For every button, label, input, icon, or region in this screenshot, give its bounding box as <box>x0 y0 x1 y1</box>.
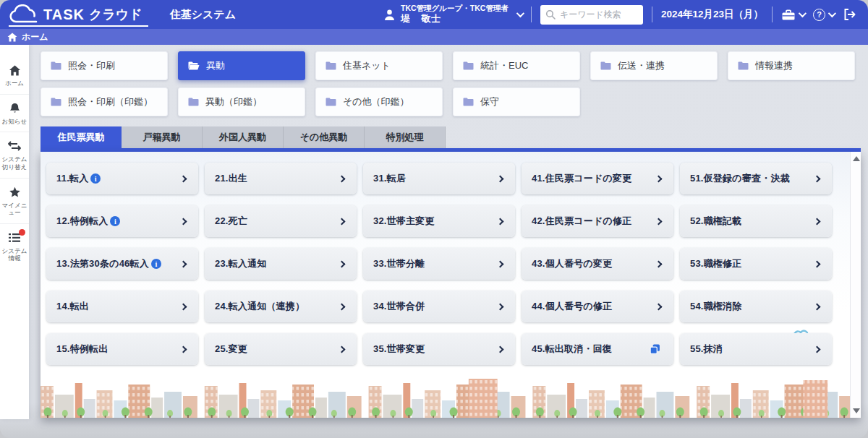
chevron-right-icon <box>339 218 346 225</box>
scroll-up-arrow[interactable] <box>853 156 860 161</box>
chevron-right-icon <box>814 218 821 225</box>
menu-item-label: 23.転入通知 <box>215 257 266 270</box>
folder-icon <box>51 98 61 106</box>
keyword-search <box>540 5 643 25</box>
vertical-scrollbar[interactable] <box>850 152 861 418</box>
menu-item[interactable]: 14.転出 <box>46 291 198 322</box>
menu-item[interactable]: 44.個人番号の修正 <box>522 291 673 322</box>
chevron-right-icon <box>497 175 504 182</box>
sidebar-item-system-switch[interactable]: システム切り替え <box>0 132 29 177</box>
menu-item[interactable]: 33.世帯分離 <box>363 248 515 280</box>
menu-item[interactable]: 43.個人番号の変更 <box>522 248 673 280</box>
menu-item[interactable]: 53.職権修正 <box>680 248 832 280</box>
menu-item[interactable]: 23.転入通知 <box>205 248 357 280</box>
list-icon <box>9 231 20 244</box>
help-menu-button[interactable]: ? <box>813 9 834 21</box>
user-menu[interactable]: TKC管理グループ・TKC管理者 堤 敬士 <box>383 4 522 25</box>
menu-item-label: 22.死亡 <box>215 215 247 228</box>
category-densou-renkei[interactable]: 伝送・連携 <box>590 51 718 80</box>
chevron-right-icon <box>814 345 821 353</box>
menu-item[interactable]: 32.世帯主変更 <box>363 205 515 237</box>
category-label: 異動 <box>206 59 225 72</box>
app-window: TASK クラウド 住基システム TKC管理グループ・TKC管理者 堤 敬士 <box>0 0 868 438</box>
category-jouhou-renkei[interactable]: 情報連携 <box>728 51 855 80</box>
search-input[interactable] <box>540 5 643 25</box>
logout-button[interactable] <box>843 8 856 21</box>
category-shokai-insatsu[interactable]: 照会・印刷 <box>41 51 168 80</box>
chevron-down-icon <box>828 9 836 17</box>
notification-badge <box>19 229 25 236</box>
menu-item[interactable]: 25.変更 <box>205 333 357 365</box>
tools-menu-button[interactable] <box>781 9 804 21</box>
menu-item-label: 13.法第30条の46転入 <box>56 257 149 270</box>
category-juki-net[interactable]: 住基ネット <box>315 51 443 80</box>
tab-label: その他異動 <box>300 131 348 144</box>
tab-sonota-ido[interactable]: その他異動 <box>284 126 365 148</box>
menu-item[interactable]: 41.住民票コードの変更 <box>522 163 673 194</box>
category-label: 保守 <box>480 95 499 108</box>
menu-item-label: 25.変更 <box>215 343 247 356</box>
menu-item[interactable]: 22.死亡 <box>205 205 357 237</box>
menu-item-label: 41.住民票コードの変更 <box>532 172 631 185</box>
sidebar-item-my-menu[interactable]: マイメニュー <box>0 178 29 223</box>
tab-gaikokujin-ido[interactable]: 外国人異動 <box>203 126 284 148</box>
chevron-right-icon <box>497 260 504 267</box>
menu-item[interactable]: 21.出生 <box>205 163 357 194</box>
menu-item[interactable]: 11.転入i <box>46 163 198 194</box>
menu-item-label: 44.個人番号の修正 <box>532 300 612 313</box>
folder-icon <box>463 98 474 106</box>
star-icon <box>9 186 21 199</box>
menu-item[interactable]: 31.転居 <box>363 163 515 194</box>
menu-item[interactable]: 34.世帯合併 <box>363 291 515 322</box>
logout-icon <box>843 8 856 21</box>
menu-item[interactable]: 51.仮登録の審査・決裁 <box>680 163 832 194</box>
chevron-right-icon <box>655 175 663 182</box>
category-sonota-inkan[interactable]: その他（印鑑） <box>315 87 443 116</box>
category-ido-inkan[interactable]: 異動（印鑑） <box>178 87 305 116</box>
tab-tokubetsu-shori[interactable]: 特別処理 <box>365 126 446 148</box>
menu-item[interactable]: 12.特例転入i <box>46 205 198 237</box>
briefcase-icon <box>781 9 796 21</box>
brand-logo[interactable]: TASK クラウド <box>9 3 148 27</box>
breadcrumb-home[interactable]: ホーム <box>22 31 48 43</box>
menu-item[interactable]: 35.世帯変更 <box>363 333 515 365</box>
chevron-right-icon <box>814 175 821 182</box>
menu-item[interactable]: 55.抹消 <box>680 333 832 365</box>
cityscape-illustration <box>41 366 861 418</box>
brand-cloud-text: クラウド <box>89 6 142 23</box>
top-header: TASK クラウド 住基システム TKC管理グループ・TKC管理者 堤 敬士 <box>0 0 868 29</box>
menu-item-label: 53.職権修正 <box>690 257 741 270</box>
info-icon[interactable]: i <box>151 259 161 269</box>
category-shokai-insatsu-inkan[interactable]: 照会・印刷（印鑑） <box>41 87 168 116</box>
tab-juminhyo-ido[interactable]: 住民票異動 <box>41 126 122 148</box>
menu-item[interactable]: 13.法第30条の46転入i <box>46 248 198 280</box>
category-label: 住基ネット <box>343 59 391 72</box>
bell-icon <box>9 102 20 115</box>
info-icon[interactable]: i <box>110 216 120 226</box>
menu-item[interactable]: 15.特例転出 <box>46 333 198 365</box>
scroll-down-arrow[interactable] <box>853 408 860 413</box>
menu-item-label: 21.出生 <box>215 172 247 185</box>
chevron-right-icon <box>339 345 346 353</box>
main-area: 照会・印刷 異動 住基ネット 統計・EUC 伝送・連携 情報連携 <box>29 45 868 438</box>
menu-item-label: 55.抹消 <box>690 343 723 356</box>
menu-item[interactable]: 24.転入通知（連携） <box>205 291 357 322</box>
sidebar-item-notifications[interactable]: お知らせ <box>0 94 29 132</box>
search-icon <box>545 9 556 20</box>
menu-item[interactable]: 42.住民票コードの修正 <box>522 205 673 237</box>
category-ido[interactable]: 異動 <box>178 51 305 80</box>
menu-item-label: 15.特例転出 <box>56 343 108 356</box>
category-label: 照会・印刷（印鑑） <box>68 95 153 108</box>
menu-item[interactable]: 54.職権消除 <box>680 291 832 322</box>
chevron-right-icon <box>180 345 187 353</box>
sidebar-item-home[interactable]: ホーム <box>0 56 29 94</box>
sidebar-item-label: システム切り替え <box>1 155 28 171</box>
menu-item[interactable]: 52.職権記載 <box>680 205 832 237</box>
category-hoshu[interactable]: 保守 <box>453 87 580 116</box>
menu-item-label: 34.世帯合併 <box>373 300 425 313</box>
info-icon[interactable]: i <box>90 173 101 184</box>
category-toukei-euc[interactable]: 統計・EUC <box>453 51 580 80</box>
menu-item[interactable]: 45.転出取消・回復 <box>522 333 673 365</box>
sidebar-item-system-info[interactable]: システム情報 <box>0 223 29 269</box>
tab-koseki-ido[interactable]: 戸籍異動 <box>122 126 203 148</box>
